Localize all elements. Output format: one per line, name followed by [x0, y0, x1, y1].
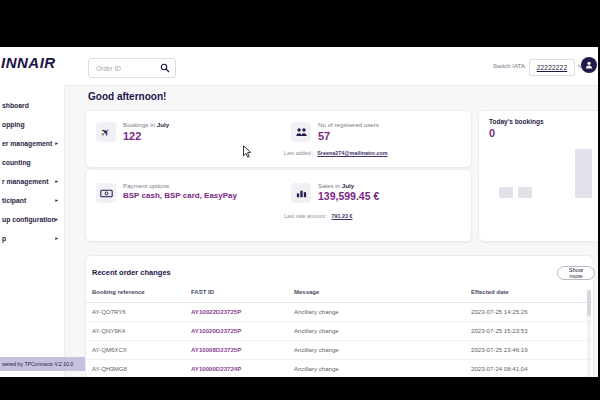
effected-date-cell: 2023-07-24 08:41:04 — [471, 365, 528, 372]
table-header-row: Booking reference FAST ID Message Effect… — [86, 289, 593, 302]
table-scrollbar[interactable] — [587, 289, 591, 377]
show-more-button[interactable]: Show more — [557, 266, 595, 280]
fast-id-link[interactable]: AY10000D23724P — [191, 365, 241, 372]
chevron-right-icon: ▸ — [55, 172, 58, 191]
fast-id-link[interactable]: AY10022D23725P — [191, 308, 241, 315]
payments-value: BSP cash, BSP card, EasyPay — [123, 191, 237, 200]
table-row: AY-QH3MG8 AY10000D23724P Ancillary chang… — [86, 359, 593, 377]
mini-chart-bar — [499, 187, 513, 198]
col-effected-date: Effected date — [471, 289, 509, 295]
stats-card-top-row: ✈ Bookings in July 122 No of registered … — [85, 110, 472, 168]
scrollbar-thumb[interactable] — [587, 290, 591, 316]
sidebar-item-participant[interactable]: ticipant ▸ — [0, 191, 64, 210]
table-row: AY-QO7RY6 AY10022D23725P Ancillary chang… — [86, 302, 593, 322]
chevron-right-icon: ▸ — [55, 191, 58, 210]
sidebar-item-shopping[interactable]: opping — [0, 115, 64, 134]
mini-chart-bar — [518, 187, 532, 198]
users-value: 57 — [318, 130, 330, 142]
chevron-right-icon: ▸ — [55, 134, 58, 153]
chevron-right-icon: ▸ — [55, 210, 58, 229]
person-icon — [584, 60, 594, 70]
screenshot-stage: INNAIR Switch IATA: 22222222 — [0, 0, 600, 400]
effected-date-cell: 2023-07-25 23:46:19 — [471, 346, 528, 353]
mini-chart-bar — [575, 149, 592, 198]
message-cell: Ancillary change — [294, 346, 339, 353]
table-row: AY-QM6XCX AY10008D23725P Ancillary chang… — [86, 340, 593, 360]
sales-chart-icon — [296, 188, 307, 198]
last-added-row: Last added : Sreena274@mailinator.com — [284, 150, 387, 156]
recent-order-changes-card: Recent order changes Show more Booking r… — [85, 255, 594, 377]
col-message: Message — [294, 289, 319, 295]
col-fast-id: FAST ID — [191, 289, 214, 295]
col-booking-reference: Booking reference — [92, 289, 145, 295]
switch-iata-label: Switch IATA: — [493, 63, 526, 69]
sidebar-item-accounting[interactable]: counting — [0, 153, 64, 172]
sidebar-nav: shboard opping er management ▸ counting … — [0, 85, 65, 377]
user-avatar[interactable] — [581, 57, 597, 73]
users-icon — [295, 127, 308, 137]
order-id-search — [88, 58, 176, 78]
sales-tile-icon-box — [291, 183, 311, 203]
booking-reference: AY-QM6XCX — [92, 346, 127, 353]
top-bar: INNAIR Switch IATA: 22222222 — [0, 47, 598, 86]
payments-tile-icon-box — [96, 183, 116, 203]
sidebar-item-user-management[interactable]: r management ▸ — [0, 172, 64, 191]
chevron-right-icon: ▸ — [55, 229, 58, 248]
message-cell: Ancillary change — [294, 365, 339, 372]
bookings-value: 122 — [123, 130, 141, 142]
greeting-title: Good afternoon! — [88, 91, 166, 102]
fast-id-link[interactable]: AY10020D23725P — [191, 327, 241, 334]
search-input[interactable] — [94, 60, 160, 76]
last-added-email[interactable]: Sreena274@mailinator.com — [317, 150, 387, 156]
booking-reference: AY-QO7RY6 — [92, 308, 126, 315]
effected-date-cell: 2023-07-25 15:23:53 — [471, 327, 528, 334]
banknote-icon — [100, 189, 113, 198]
booking-reference: AY-QNY9K4 — [92, 327, 125, 334]
sidebar-item-markup[interactable]: p ▸ — [0, 229, 64, 248]
sales-value: 139,599.45 € — [318, 190, 379, 202]
last-sale-row: Last sale amount : 791.23 € — [284, 213, 353, 219]
iata-select[interactable]: 22222222 — [529, 59, 575, 76]
sales-label: Sales in July — [318, 182, 354, 189]
todays-bookings-card: Today's bookings 0 — [478, 110, 598, 242]
last-sale-amount: 791.23 € — [332, 213, 353, 219]
todays-bookings-title: Today's bookings — [489, 118, 544, 125]
mouse-cursor — [243, 145, 252, 158]
sidebar-item-group-configuration[interactable]: up configuration ▸ — [0, 210, 64, 229]
finnair-logo: INNAIR — [1, 54, 56, 71]
sidebar-item-dashboard[interactable]: shboard — [0, 96, 64, 115]
payments-label: Payment options — [123, 182, 169, 189]
users-label: No of registered users — [318, 121, 379, 128]
message-cell: Ancillary change — [294, 308, 339, 315]
stats-card-bottom-row: Payment options BSP cash, BSP card, Easy… — [85, 169, 472, 242]
todays-bookings-value: 0 — [489, 127, 495, 139]
message-cell: Ancillary change — [294, 327, 339, 334]
booking-reference: AY-QH3MG8 — [92, 365, 127, 372]
fast-id-link[interactable]: AY10008D23725P — [191, 346, 241, 353]
effected-date-cell: 2023-07-25 14:25:26 — [471, 308, 528, 315]
table-row: AY-QNY9K4 AY10020D23725P Ancillary chang… — [86, 321, 593, 341]
app-window: INNAIR Switch IATA: 22222222 — [0, 47, 598, 377]
bookings-tile-icon-box: ✈ — [96, 122, 116, 142]
recent-order-changes-title: Recent order changes — [92, 268, 171, 277]
sidebar-item-order-management[interactable]: er management ▸ — [0, 134, 64, 153]
bookings-label: Bookings in July — [123, 121, 169, 128]
users-tile-icon-box — [291, 122, 311, 142]
airplane-icon: ✈ — [99, 125, 113, 139]
search-icon[interactable] — [160, 63, 170, 73]
